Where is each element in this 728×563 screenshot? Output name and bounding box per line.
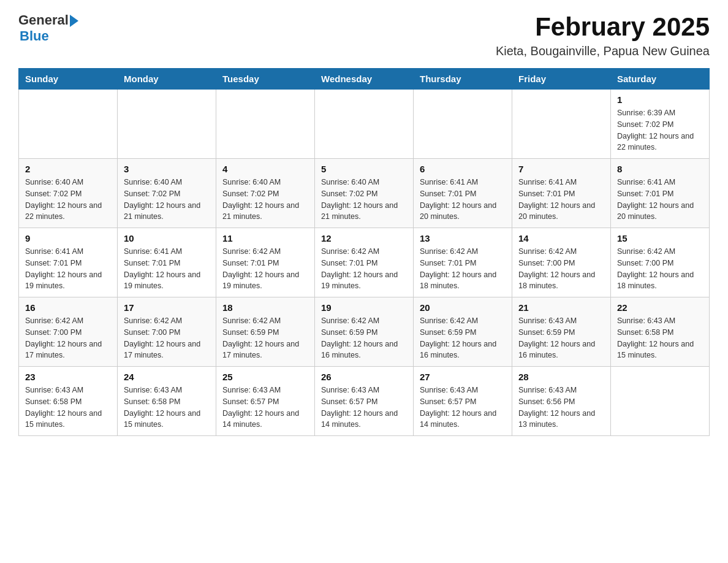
day-number: 6: [420, 164, 506, 174]
day-info: Sunrise: 6:42 AM Sunset: 7:01 PM Dayligh…: [222, 246, 308, 292]
day-info: Sunrise: 6:41 AM Sunset: 7:01 PM Dayligh…: [617, 177, 703, 223]
calendar-cell: 22Sunrise: 6:43 AM Sunset: 6:58 PM Dayli…: [611, 297, 710, 367]
day-number: 23: [25, 372, 111, 382]
day-info: Sunrise: 6:41 AM Sunset: 7:01 PM Dayligh…: [420, 177, 506, 223]
day-number: 15: [617, 233, 703, 243]
calendar-cell: 7Sunrise: 6:41 AM Sunset: 7:01 PM Daylig…: [512, 159, 611, 228]
calendar-cell: 26Sunrise: 6:43 AM Sunset: 6:57 PM Dayli…: [315, 367, 414, 436]
calendar-cell: 25Sunrise: 6:43 AM Sunset: 6:57 PM Dayli…: [216, 367, 315, 436]
calendar-week-row: 16Sunrise: 6:42 AM Sunset: 7:00 PM Dayli…: [19, 297, 710, 367]
calendar-cell: [315, 90, 414, 159]
calendar-cell: 14Sunrise: 6:42 AM Sunset: 7:00 PM Dayli…: [512, 228, 611, 297]
day-info: Sunrise: 6:43 AM Sunset: 6:59 PM Dayligh…: [518, 315, 604, 361]
day-info: Sunrise: 6:43 AM Sunset: 6:57 PM Dayligh…: [420, 385, 506, 431]
day-info: Sunrise: 6:42 AM Sunset: 7:00 PM Dayligh…: [518, 246, 604, 292]
calendar-cell: [414, 90, 512, 159]
calendar-cell: 3Sunrise: 6:40 AM Sunset: 7:02 PM Daylig…: [118, 159, 216, 228]
day-info: Sunrise: 6:40 AM Sunset: 7:02 PM Dayligh…: [321, 177, 407, 223]
day-info: Sunrise: 6:43 AM Sunset: 6:58 PM Dayligh…: [25, 385, 111, 431]
calendar-cell: 12Sunrise: 6:42 AM Sunset: 7:01 PM Dayli…: [315, 228, 414, 297]
logo-arrow-icon: [70, 15, 78, 27]
calendar-cell: 15Sunrise: 6:42 AM Sunset: 7:00 PM Dayli…: [611, 228, 710, 297]
day-info: Sunrise: 6:43 AM Sunset: 6:58 PM Dayligh…: [617, 315, 703, 361]
calendar-cell: 11Sunrise: 6:42 AM Sunset: 7:01 PM Dayli…: [216, 228, 315, 297]
calendar-week-row: 1Sunrise: 6:39 AM Sunset: 7:02 PM Daylig…: [19, 90, 710, 159]
day-number: 8: [617, 164, 703, 174]
day-number: 10: [124, 233, 210, 243]
day-info: Sunrise: 6:41 AM Sunset: 7:01 PM Dayligh…: [518, 177, 604, 223]
day-info: Sunrise: 6:42 AM Sunset: 7:00 PM Dayligh…: [25, 315, 111, 361]
day-number: 16: [25, 302, 111, 313]
calendar-week-row: 9Sunrise: 6:41 AM Sunset: 7:01 PM Daylig…: [19, 228, 710, 297]
day-number: 9: [25, 233, 111, 243]
day-info: Sunrise: 6:42 AM Sunset: 7:01 PM Dayligh…: [321, 246, 407, 292]
calendar-cell: 16Sunrise: 6:42 AM Sunset: 7:00 PM Dayli…: [19, 297, 118, 367]
day-info: Sunrise: 6:42 AM Sunset: 7:00 PM Dayligh…: [124, 315, 210, 361]
day-number: 20: [420, 302, 506, 313]
page-header: General Blue February 2025 Kieta, Bougai…: [18, 12, 710, 58]
day-number: 5: [321, 164, 407, 174]
day-info: Sunrise: 6:43 AM Sunset: 6:56 PM Dayligh…: [518, 385, 604, 431]
day-number: 2: [25, 164, 111, 174]
calendar-cell: 10Sunrise: 6:41 AM Sunset: 7:01 PM Dayli…: [118, 228, 216, 297]
day-number: 22: [617, 302, 703, 313]
day-info: Sunrise: 6:39 AM Sunset: 7:02 PM Dayligh…: [617, 107, 703, 153]
calendar-cell: [512, 90, 611, 159]
day-number: 7: [518, 164, 604, 174]
calendar-cell: 9Sunrise: 6:41 AM Sunset: 7:01 PM Daylig…: [19, 228, 118, 297]
day-header-sunday: Sunday: [19, 69, 118, 90]
title-block: February 2025 Kieta, Bougainville, Papua…: [496, 12, 710, 58]
day-number: 21: [518, 302, 604, 313]
day-number: 3: [124, 164, 210, 174]
calendar-cell: [216, 90, 315, 159]
day-info: Sunrise: 6:43 AM Sunset: 6:58 PM Dayligh…: [124, 385, 210, 431]
calendar-cell: 5Sunrise: 6:40 AM Sunset: 7:02 PM Daylig…: [315, 159, 414, 228]
day-number: 13: [420, 233, 506, 243]
calendar-cell: 1Sunrise: 6:39 AM Sunset: 7:02 PM Daylig…: [611, 90, 710, 159]
calendar-cell: 24Sunrise: 6:43 AM Sunset: 6:58 PM Dayli…: [118, 367, 216, 436]
day-header-monday: Monday: [118, 69, 216, 90]
day-number: 24: [124, 372, 210, 382]
calendar-cell: 8Sunrise: 6:41 AM Sunset: 7:01 PM Daylig…: [611, 159, 710, 228]
day-info: Sunrise: 6:43 AM Sunset: 6:57 PM Dayligh…: [222, 385, 308, 431]
calendar-cell: [19, 90, 118, 159]
day-number: 1: [617, 94, 703, 105]
day-header-tuesday: Tuesday: [216, 69, 315, 90]
calendar-cell: 4Sunrise: 6:40 AM Sunset: 7:02 PM Daylig…: [216, 159, 315, 228]
calendar-cell: 21Sunrise: 6:43 AM Sunset: 6:59 PM Dayli…: [512, 297, 611, 367]
day-info: Sunrise: 6:42 AM Sunset: 6:59 PM Dayligh…: [420, 315, 506, 361]
day-header-thursday: Thursday: [414, 69, 512, 90]
day-info: Sunrise: 6:42 AM Sunset: 7:01 PM Dayligh…: [420, 246, 506, 292]
calendar-cell: 18Sunrise: 6:42 AM Sunset: 6:59 PM Dayli…: [216, 297, 315, 367]
calendar-cell: 27Sunrise: 6:43 AM Sunset: 6:57 PM Dayli…: [414, 367, 512, 436]
day-number: 19: [321, 302, 407, 313]
day-number: 11: [222, 233, 308, 243]
day-info: Sunrise: 6:40 AM Sunset: 7:02 PM Dayligh…: [25, 177, 111, 223]
day-info: Sunrise: 6:40 AM Sunset: 7:02 PM Dayligh…: [124, 177, 210, 223]
calendar-header-row: SundayMondayTuesdayWednesdayThursdayFrid…: [19, 69, 710, 90]
day-header-friday: Friday: [512, 69, 611, 90]
calendar-cell: 13Sunrise: 6:42 AM Sunset: 7:01 PM Dayli…: [414, 228, 512, 297]
calendar-cell: 2Sunrise: 6:40 AM Sunset: 7:02 PM Daylig…: [19, 159, 118, 228]
day-number: 12: [321, 233, 407, 243]
calendar-week-row: 2Sunrise: 6:40 AM Sunset: 7:02 PM Daylig…: [19, 159, 710, 228]
calendar-cell: 19Sunrise: 6:42 AM Sunset: 6:59 PM Dayli…: [315, 297, 414, 367]
day-number: 28: [518, 372, 604, 382]
calendar-cell: 28Sunrise: 6:43 AM Sunset: 6:56 PM Dayli…: [512, 367, 611, 436]
day-header-saturday: Saturday: [611, 69, 710, 90]
calendar-cell: 23Sunrise: 6:43 AM Sunset: 6:58 PM Dayli…: [19, 367, 118, 436]
page-title: February 2025: [496, 12, 710, 42]
day-info: Sunrise: 6:40 AM Sunset: 7:02 PM Dayligh…: [222, 177, 308, 223]
day-number: 26: [321, 372, 407, 382]
day-number: 18: [222, 302, 308, 313]
day-header-wednesday: Wednesday: [315, 69, 414, 90]
calendar-cell: 17Sunrise: 6:42 AM Sunset: 7:00 PM Dayli…: [118, 297, 216, 367]
day-info: Sunrise: 6:42 AM Sunset: 6:59 PM Dayligh…: [222, 315, 308, 361]
calendar-table: SundayMondayTuesdayWednesdayThursdayFrid…: [18, 68, 710, 436]
day-number: 14: [518, 233, 604, 243]
page-subtitle: Kieta, Bougainville, Papua New Guinea: [496, 44, 710, 58]
day-info: Sunrise: 6:41 AM Sunset: 7:01 PM Dayligh…: [25, 246, 111, 292]
day-number: 17: [124, 302, 210, 313]
day-info: Sunrise: 6:43 AM Sunset: 6:57 PM Dayligh…: [321, 385, 407, 431]
calendar-cell: 20Sunrise: 6:42 AM Sunset: 6:59 PM Dayli…: [414, 297, 512, 367]
